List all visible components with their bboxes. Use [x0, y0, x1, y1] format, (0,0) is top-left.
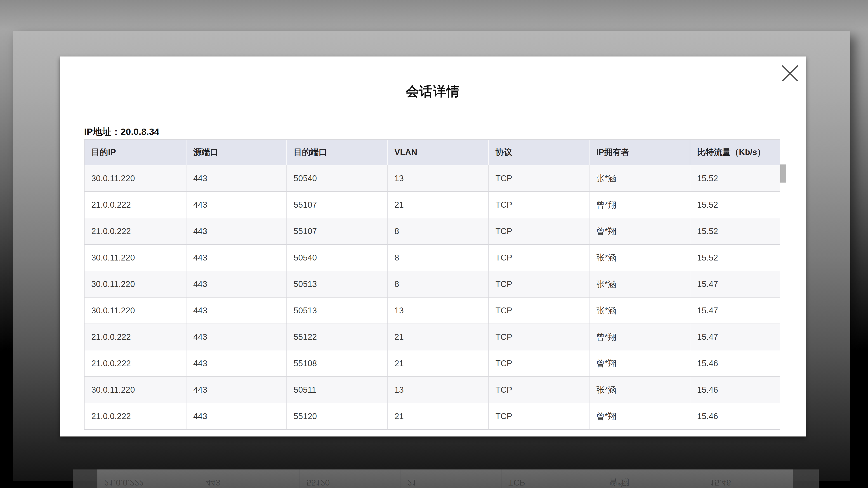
table-cell: 15.52 [690, 192, 780, 218]
table-cell: 50540 [287, 165, 388, 191]
table-body: 30.0.11.2204435054013TCP张*涵15.5221.0.0.2… [85, 165, 780, 429]
table-cell: 55122 [287, 324, 388, 350]
table-cell: 55120 [287, 403, 388, 429]
modal-reflection: 30.0.11.2204435051113TCP张*涵15.4621.0.0.2… [73, 469, 819, 488]
close-icon[interactable] [780, 64, 800, 83]
screen-background: 会话详情 IP地址：20.0.8.34 目的IP源端口目的端口VLAN协议IP拥… [0, 0, 868, 488]
table-cell: 张*涵 [590, 297, 690, 324]
table-cell: 15.52 [690, 245, 780, 271]
table-cell: 21.0.0.222 [85, 218, 186, 244]
column-header: 源端口 [186, 140, 287, 165]
table-cell: 曾*翔 [590, 324, 690, 350]
table-cell: 13 [388, 297, 489, 324]
table-row: 30.0.11.220443505138TCP张*涵15.47 [85, 271, 780, 297]
presentation-surface: 会话详情 IP地址：20.0.8.34 目的IP源端口目的端口VLAN协议IP拥… [13, 31, 850, 481]
table-cell: 15.47 [690, 324, 780, 350]
table-cell: 443 [186, 377, 287, 403]
table-cell: 15.46 [690, 403, 780, 429]
session-detail-modal: 会话详情 IP地址：20.0.8.34 目的IP源端口目的端口VLAN协议IP拥… [60, 57, 806, 436]
table-row: 30.0.11.2204435051113TCP张*涵15.46 [85, 377, 780, 403]
column-header: 目的IP [85, 140, 186, 165]
table-cell: 13 [388, 377, 489, 403]
table-cell: 21.0.0.222 [85, 192, 186, 218]
table-cell: 8 [388, 218, 489, 244]
modal-title: 会话详情 [60, 83, 806, 100]
table-cell: 15.52 [690, 218, 780, 244]
column-header: VLAN [388, 140, 489, 165]
table-cell: 30.0.11.220 [85, 271, 186, 297]
table-row: 21.0.0.2224435512021TCP曾*翔15.46 [85, 403, 780, 429]
table-header-row: 目的IP源端口目的端口VLAN协议IP拥有者比特流量（Kb/s） [85, 140, 780, 165]
table-cell: 8 [388, 271, 489, 297]
table-cell: 21 [388, 324, 489, 350]
table-cell: 13 [388, 165, 489, 191]
table-cell: 30.0.11.220 [85, 165, 186, 191]
ip-value: 20.0.8.34 [121, 127, 159, 137]
table-cell: 55107 [287, 218, 388, 244]
table-cell: TCP [489, 324, 590, 350]
table-row: 21.0.0.2224435510721TCP曾*翔15.52 [85, 192, 780, 218]
table-cell: 443 [186, 165, 287, 191]
table-cell: TCP [489, 403, 590, 429]
table-cell: 21.0.0.222 [85, 324, 186, 350]
table-cell: TCP [489, 245, 590, 271]
table-cell: 21.0.0.222 [85, 403, 186, 429]
table-cell: 30.0.11.220 [85, 297, 186, 324]
table-row: 21.0.0.222443551078TCP曾*翔15.52 [85, 218, 780, 245]
table-cell: 21 [388, 350, 489, 377]
table-cell: 50513 [287, 271, 388, 297]
column-header: 比特流量（Kb/s） [690, 140, 780, 165]
table-cell: TCP [489, 377, 590, 403]
table-cell: 55107 [287, 192, 388, 218]
table-cell: 曾*翔 [590, 218, 690, 244]
table-cell: 张*涵 [590, 271, 690, 297]
column-header: 目的端口 [287, 140, 388, 165]
table-row: 21.0.0.2224435510821TCP曾*翔15.46 [85, 350, 780, 377]
table-cell: 21.0.0.222 [85, 350, 186, 377]
table-cell: 443 [186, 297, 287, 324]
table-row: 30.0.11.220443505408TCP张*涵15.52 [85, 245, 780, 271]
table-cell: TCP [489, 165, 590, 191]
table-cell: 50540 [287, 245, 388, 271]
table-row: 21.0.0.2224435512221TCP曾*翔15.47 [85, 324, 780, 350]
table-cell: 15.47 [690, 271, 780, 297]
table-scrollbar-thumb[interactable] [780, 164, 786, 183]
table-cell: TCP [489, 218, 590, 244]
column-header: 协议 [489, 140, 590, 165]
table-cell: 443 [186, 218, 287, 244]
table-cell: 曾*翔 [590, 192, 690, 218]
table-cell: 8 [388, 245, 489, 271]
table-cell: 张*涵 [590, 165, 690, 191]
table-cell: 曾*翔 [590, 403, 690, 429]
table-cell: 张*涵 [590, 377, 690, 403]
table-cell: 15.52 [690, 165, 780, 191]
table-cell: 21 [388, 403, 489, 429]
table-cell: 443 [186, 192, 287, 218]
table-cell: 443 [186, 271, 287, 297]
table-cell: TCP [489, 350, 590, 377]
table-cell: 张*涵 [590, 245, 690, 271]
table-cell: 443 [186, 245, 287, 271]
table-cell: 15.46 [690, 350, 780, 377]
ip-address-line: IP地址：20.0.8.34 [84, 126, 159, 138]
table-cell: TCP [489, 192, 590, 218]
reflection-overlay [73, 469, 819, 488]
table-cell: TCP [489, 297, 590, 324]
table-row: 30.0.11.2204435054013TCP张*涵15.52 [85, 165, 780, 192]
table-cell: 21 [388, 192, 489, 218]
table-cell: 443 [186, 350, 287, 377]
table-cell: 15.47 [690, 297, 780, 324]
table-row: 30.0.11.2204435051313TCP张*涵15.47 [85, 297, 780, 324]
table-cell: 55108 [287, 350, 388, 377]
table-cell: 50511 [287, 377, 388, 403]
table-cell: TCP [489, 271, 590, 297]
table-cell: 曾*翔 [590, 350, 690, 377]
table-cell: 443 [186, 403, 287, 429]
table-cell: 443 [186, 324, 287, 350]
table-cell: 30.0.11.220 [85, 245, 186, 271]
table-cell: 15.46 [690, 377, 780, 403]
table-cell: 50513 [287, 297, 388, 324]
session-table: 目的IP源端口目的端口VLAN协议IP拥有者比特流量（Kb/s） 30.0.11… [84, 139, 780, 430]
table-cell: 30.0.11.220 [85, 377, 186, 403]
ip-label: IP地址： [84, 127, 121, 137]
